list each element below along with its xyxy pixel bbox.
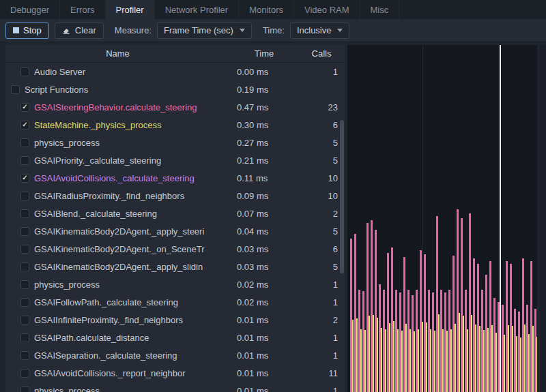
graph-bar [385,329,386,392]
table-row[interactable]: ✓GSAISteeringBehavior.calculate_steering… [5,98,345,116]
table-row[interactable]: GSAIRadiusProximity._find_neighbors0.09 … [5,187,345,205]
graph-frame [534,45,537,392]
graph-bar [377,318,378,392]
table-row[interactable]: physics_process0.02 ms1 [5,275,345,293]
tab-video-ram[interactable]: Video RAM [294,0,360,19]
row-checkbox[interactable] [20,67,29,76]
graph-bar [495,333,497,392]
row-calls: 1 [298,333,345,343]
row-calls: 2 [298,315,345,325]
row-calls: 5 [298,262,345,272]
graph-bar [356,318,358,392]
row-checkbox[interactable] [20,192,29,200]
graph-bar [483,330,485,392]
row-time: 0.30 ms [230,120,298,130]
row-checkbox[interactable]: ✓ [20,121,29,130]
table-row[interactable]: ✓StateMachine._physics_process0.30 ms6 [5,116,345,134]
row-checkbox[interactable] [20,298,29,307]
stop-button[interactable]: Stop [5,22,49,39]
graph-bar [389,323,390,392]
row-checkbox[interactable] [20,227,29,236]
table-row[interactable]: GSAIKinematicBody2DAgent._on_SceneTr0.03… [5,240,345,258]
table-row[interactable]: GSAIKinematicBody2DAgent._apply_steeri0.… [5,222,345,240]
table-row[interactable]: Audio Server0.00 ms1 [5,63,345,80]
row-name: GSAIBlend._calculate_steering [34,209,230,219]
row-checkbox[interactable] [20,333,29,342]
list-scrollbar-thumb[interactable] [340,120,344,273]
table-row[interactable]: GSAIKinematicBody2DAgent._apply_slidin0.… [5,258,345,275]
row-calls: 5 [298,138,345,148]
row-checkbox[interactable] [20,316,29,325]
row-time: 0.03 ms [230,262,298,272]
time-select[interactable]: Inclusive [290,22,350,39]
column-header-time[interactable]: Time [230,48,298,59]
graph-bar [414,331,415,392]
row-checkbox[interactable] [11,85,20,94]
profiler-rows: Audio Server0.00 ms1Script Functions0.19… [5,63,345,392]
row-time: 0.01 ms [230,333,298,343]
graph-bars [350,45,537,392]
row-name: GSAIKinematicBody2DAgent._on_SceneTr [34,244,230,254]
tab-network-profiler[interactable]: Network Profiler [155,0,239,19]
time-label: Time: [263,25,285,35]
graph-bar [450,329,452,392]
column-header-name[interactable]: Name [5,48,230,59]
clear-button-label: Clear [75,25,96,35]
table-row[interactable]: physics_process0.01 ms1 [5,382,345,392]
measure-select[interactable]: Frame Time (sec) [157,22,252,39]
row-time: 0.00 ms [230,67,298,77]
table-row[interactable]: ✓GSAIAvoidCollisions._calculate_steering… [5,169,345,187]
row-name: GSAISeparation._calculate_steering [34,350,230,361]
table-row[interactable]: GSAIAvoidCollisions._report_neighbor0.01… [5,364,345,382]
column-header-calls[interactable]: Calls [298,48,345,59]
row-name: GSAIFollowPath._calculate_steering [34,297,230,307]
table-row[interactable]: GSAIPriority._calculate_steering0.21 ms5 [5,151,345,169]
row-name: GSAIPath.calculate_distance [34,333,230,343]
graph-bar [520,337,521,392]
row-calls: 1 [298,280,345,290]
row-time: 0.01 ms [230,386,298,392]
graph-gridline [422,45,423,392]
row-calls: 11 [298,368,345,378]
tab-debugger[interactable]: Debugger [0,0,60,19]
row-time: 0.01 ms [230,350,298,361]
row-time: 0.03 ms [230,244,298,254]
row-time: 0.01 ms [230,368,298,378]
row-checkbox[interactable] [20,369,29,378]
row-calls: 6 [298,244,345,254]
tab-misc[interactable]: Misc [360,0,400,19]
tab-profiler[interactable]: Profiler [106,0,155,19]
measure-select-value: Frame Time (sec) [164,25,233,35]
clear-button[interactable]: Clear [55,22,104,39]
graph-bar [381,328,382,392]
row-time: 0.47 ms [230,102,298,112]
row-checkbox[interactable] [20,209,29,218]
row-checkbox[interactable] [20,156,29,165]
table-row[interactable]: GSAISeparation._calculate_steering0.01 m… [5,346,345,364]
table-row[interactable]: GSAIInfiniteProximity._find_neighbors0.0… [5,311,345,329]
row-checkbox[interactable] [20,351,29,360]
row-checkbox[interactable] [20,280,29,289]
row-checkbox[interactable] [20,245,29,254]
row-calls: 2 [298,209,345,219]
table-row[interactable]: physics_process0.27 ms5 [5,134,345,151]
table-row[interactable]: GSAIPath.calculate_distance0.01 ms1 [5,329,345,346]
graph-bar [393,321,394,392]
tab-errors[interactable]: Errors [60,0,105,19]
table-row[interactable]: Script Functions0.19 ms [5,80,345,98]
row-name: physics_process [34,280,230,290]
window-scrollbar[interactable] [540,45,546,392]
row-checkbox[interactable] [20,387,29,392]
row-checkbox[interactable]: ✓ [20,174,29,183]
table-row[interactable]: GSAIFollowPath._calculate_steering0.02 m… [5,293,345,311]
row-checkbox[interactable] [20,262,29,271]
graph-bar [463,316,464,392]
stop-icon [13,27,19,33]
row-name: GSAIRadiusProximity._find_neighbors [34,191,230,201]
table-row[interactable]: GSAIBlend._calculate_steering0.07 ms2 [5,205,345,222]
row-checkbox[interactable]: ✓ [20,103,29,112]
row-checkbox[interactable] [20,138,29,147]
tab-monitors[interactable]: Monitors [239,0,294,19]
profiler-graph[interactable] [347,45,537,392]
row-calls: 23 [298,102,345,112]
